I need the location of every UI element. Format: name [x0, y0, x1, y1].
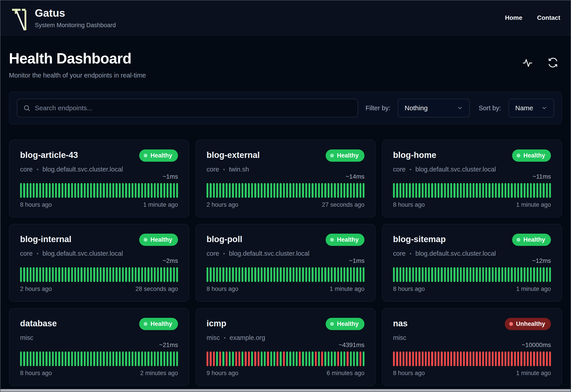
endpoint-card[interactable]: icmp Healthy misc • example.org ~4391ms …	[195, 308, 376, 386]
filter-select[interactable]: Nothing	[398, 99, 470, 117]
search-input[interactable]	[35, 104, 352, 112]
endpoint-name: blog-external	[207, 150, 260, 160]
uptime-bar-down	[409, 351, 411, 366]
sort-select[interactable]: Name	[509, 99, 554, 117]
uptime-bars[interactable]	[207, 351, 364, 366]
endpoint-card[interactable]: blog-internal Healthy core • blog.defaul…	[9, 224, 189, 302]
uptime-bar-up	[33, 351, 35, 366]
top-nav: Home Contact	[505, 14, 560, 21]
uptime-bar-up	[337, 267, 339, 282]
nav-link-home[interactable]: Home	[505, 14, 522, 21]
uptime-bars[interactable]	[393, 183, 551, 198]
uptime-bar-up	[103, 267, 105, 282]
uptime-bar-up	[476, 267, 478, 282]
uptime-bar-down	[444, 351, 446, 366]
uptime-bar-up	[419, 183, 420, 198]
newest-time-label: 1 minute ago	[330, 286, 364, 293]
uptime-bars[interactable]	[207, 267, 364, 282]
uptime-bar-down	[495, 351, 497, 366]
endpoint-card[interactable]: blog-sitemap Healthy core • blog.default…	[382, 224, 562, 302]
uptime-bar-up	[97, 351, 98, 366]
status-badge-label: Healthy	[150, 236, 172, 243]
latency-label: ~11ms	[532, 173, 551, 180]
uptime-bar-up	[42, 183, 44, 198]
card-foot: 8 hours ago 1 minute ago	[393, 201, 551, 208]
uptime-bar-up	[527, 267, 529, 282]
uptime-bar-up	[447, 267, 449, 282]
uptime-bar-up	[498, 267, 500, 282]
uptime-bar-up	[334, 267, 336, 282]
uptime-bar-up	[167, 267, 168, 282]
uptime-bar-up	[167, 351, 168, 366]
uptime-bar-up	[450, 183, 452, 198]
endpoint-card[interactable]: nas Unhealthy misc ~10000ms 8 hours ago …	[382, 308, 562, 386]
uptime-bar-up	[132, 183, 133, 198]
uptime-bars[interactable]	[20, 183, 178, 198]
endpoint-card[interactable]: blog-poll Healthy core • blog.default.sv…	[195, 224, 376, 302]
uptime-bar-up	[176, 351, 178, 366]
status-dot-icon	[144, 322, 148, 326]
refresh-icon[interactable]	[548, 57, 558, 68]
uptime-bars[interactable]	[20, 351, 178, 366]
uptime-bar-down	[419, 351, 420, 366]
uptime-bar-up	[170, 351, 172, 366]
uptime-bar-up	[219, 183, 221, 198]
activity-icon[interactable]	[522, 57, 533, 68]
uptime-bar-up	[350, 351, 352, 366]
uptime-bar-up	[97, 267, 98, 282]
uptime-bar-down	[393, 351, 395, 366]
card-foot: 8 hours ago 1 minute ago	[393, 286, 551, 293]
uptime-bar-up	[68, 351, 70, 366]
uptime-bar-up	[160, 183, 162, 198]
uptime-bar-up	[409, 183, 411, 198]
uptime-bar-down	[533, 351, 535, 366]
uptime-bar-up	[340, 267, 342, 282]
uptime-bar-up	[210, 267, 211, 282]
uptime-bar-down	[447, 351, 449, 366]
uptime-bars[interactable]	[207, 183, 364, 198]
uptime-bar-up	[229, 183, 231, 198]
uptime-bar-up	[270, 267, 272, 282]
uptime-bar-up	[65, 183, 66, 198]
uptime-bars[interactable]	[20, 267, 178, 282]
uptime-bar-up	[543, 183, 544, 198]
uptime-bar-up	[164, 267, 165, 282]
uptime-bar-down	[438, 351, 439, 366]
uptime-bar-up	[74, 267, 76, 282]
uptime-bars[interactable]	[393, 351, 551, 366]
newest-time-label: 1 minute ago	[516, 286, 551, 293]
chevron-down-icon	[457, 105, 463, 111]
endpoint-card[interactable]: database Healthy misc ~21ms 8 hours ago …	[9, 308, 189, 386]
uptime-bar-up	[312, 183, 313, 198]
endpoint-card[interactable]: blog-home Healthy core • blog.default.sv…	[382, 140, 562, 218]
tn-monogram-logo	[11, 7, 28, 32]
uptime-bar-up	[396, 183, 398, 198]
uptime-bar-up	[283, 183, 285, 198]
endpoint-card[interactable]: blog-external Healthy core • twin.sh ~14…	[195, 140, 376, 218]
uptime-bar-up	[331, 351, 332, 366]
uptime-bar-down	[473, 351, 474, 366]
horizontal-scrollbar[interactable]	[0, 389, 571, 392]
uptime-bar-up	[93, 351, 95, 366]
uptime-bar-down	[299, 351, 301, 366]
uptime-bar-up	[109, 351, 111, 366]
uptime-bar-up	[241, 183, 243, 198]
uptime-bar-down	[492, 351, 494, 366]
endpoint-meta: misc	[393, 334, 551, 341]
uptime-bar-up	[324, 183, 326, 198]
card-foot: 8 hours ago 1 minute ago	[20, 201, 178, 208]
page-head: Health Dashboard Monitor the health of y…	[9, 50, 562, 79]
endpoint-host: twin.sh	[229, 166, 249, 173]
nav-link-contact[interactable]: Contact	[537, 14, 560, 21]
uptime-bars[interactable]	[393, 267, 551, 282]
uptime-bar-up	[283, 267, 285, 282]
uptime-bar-up	[399, 183, 401, 198]
oldest-time-label: 8 hours ago	[393, 201, 425, 208]
status-dot-icon	[517, 154, 520, 157]
endpoint-group: core	[393, 166, 406, 173]
endpoint-name: blog-internal	[20, 235, 71, 244]
uptime-bar-down	[488, 351, 490, 366]
uptime-bar-up	[473, 183, 474, 198]
uptime-bar-up	[71, 183, 73, 198]
endpoint-card[interactable]: blog-article-43 Healthy core • blog.defa…	[9, 140, 189, 218]
